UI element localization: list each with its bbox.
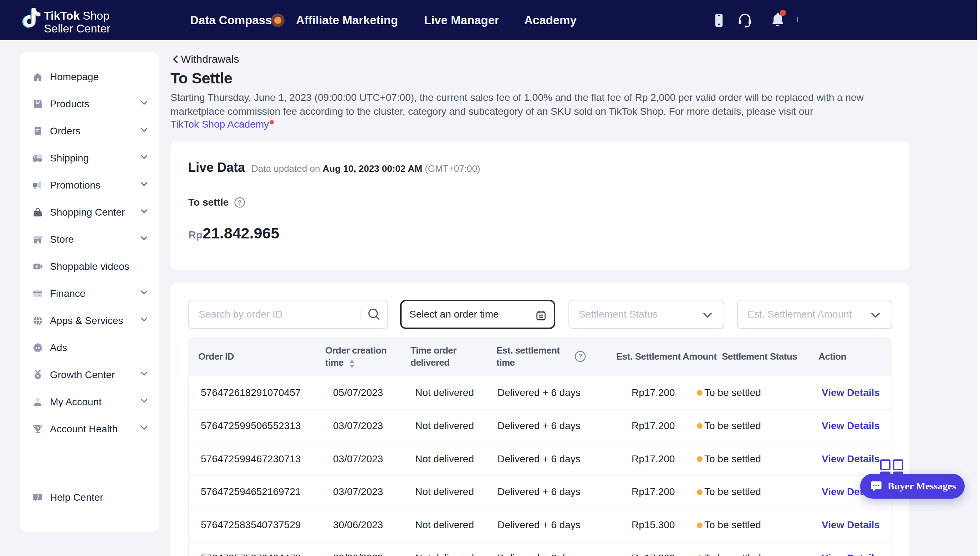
svg-text:?: ? bbox=[36, 495, 39, 500]
svg-text:?: ? bbox=[238, 199, 241, 206]
svg-text:?: ? bbox=[578, 353, 582, 360]
svg-text:AD: AD bbox=[35, 346, 40, 350]
